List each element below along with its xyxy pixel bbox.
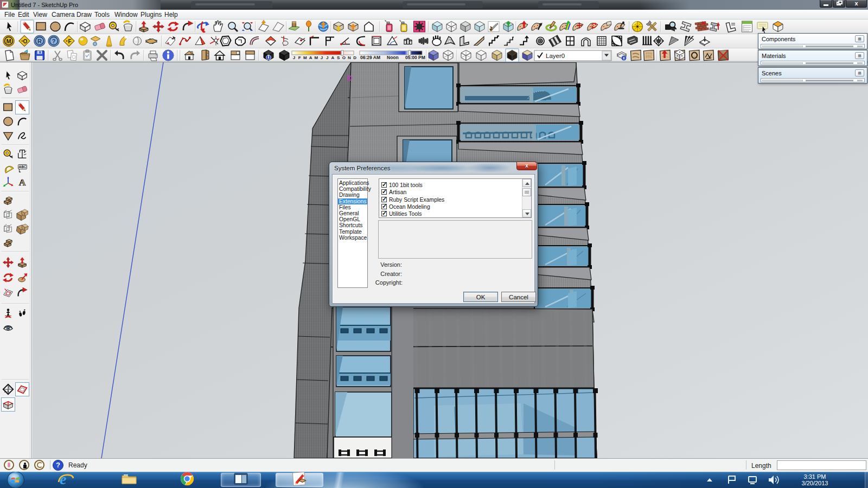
- svg-text:?: ?: [52, 38, 56, 44]
- svg-text:O: O: [342, 55, 346, 60]
- svg-text:R: R: [37, 38, 42, 44]
- svg-text:A-S: A-S: [4, 390, 9, 393]
- svg-text:M: M: [6, 38, 11, 44]
- svg-text:C: C: [8, 386, 10, 389]
- svg-text:A: A: [19, 177, 26, 188]
- svg-text:J: J: [326, 55, 328, 60]
- svg-text:N: N: [348, 55, 351, 60]
- svg-text:D: D: [353, 55, 356, 60]
- svg-text:A: A: [331, 55, 335, 60]
- svg-text:e: e: [60, 472, 66, 486]
- svg-text:05:00 PM: 05:00 PM: [405, 55, 425, 60]
- svg-text:Layer0: Layer0: [546, 53, 565, 59]
- svg-text:A: A: [309, 55, 312, 60]
- svg-text:J: J: [321, 55, 323, 60]
- svg-text:M: M: [303, 55, 307, 60]
- svg-text:S: S: [337, 55, 340, 60]
- svg-text:O: O: [23, 38, 28, 44]
- svg-text:F: F: [68, 38, 71, 44]
- svg-text:M: M: [314, 55, 318, 60]
- svg-text:J: J: [293, 55, 295, 60]
- svg-text:ABC: ABC: [18, 165, 26, 169]
- svg-text:Noon: Noon: [387, 55, 399, 60]
- svg-text:F: F: [298, 55, 301, 60]
- svg-text:06:29 AM: 06:29 AM: [360, 55, 380, 60]
